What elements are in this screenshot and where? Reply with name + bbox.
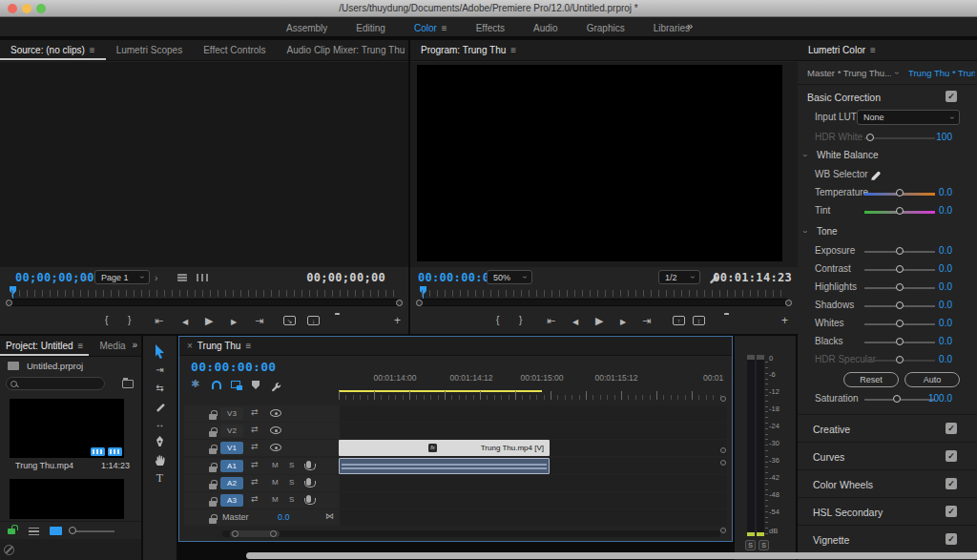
workspace-tab-audio[interactable]: Audio [533, 23, 558, 33]
source-panel-menu-icon[interactable]: ≡ [90, 45, 95, 55]
shadows-thumb[interactable] [896, 301, 904, 309]
track-v3-target[interactable]: V3 [220, 407, 243, 420]
section-vignette[interactable]: Vignette ✓ [798, 525, 977, 552]
play-icon[interactable]: ▶ [595, 314, 603, 327]
video-scrollbar-handle-top[interactable] [720, 396, 726, 402]
hand-tool[interactable] [143, 452, 177, 468]
audio-badge-icon[interactable] [108, 447, 122, 456]
master-volume-value[interactable]: 0.0 [278, 512, 290, 522]
tab-sequence[interactable]: × Trung Thu ≡ [179, 337, 259, 355]
sync-lock-icon[interactable]: ⇄ [251, 407, 259, 417]
type-tool[interactable]: T [143, 470, 177, 487]
section-hsl-secondary[interactable]: HSL Secondary ✓ [798, 497, 977, 525]
lock-icon[interactable] [209, 448, 217, 454]
workspace-tab-editing[interactable]: Editing [356, 23, 385, 33]
page-prev-icon[interactable]: ‹ [84, 273, 87, 283]
razor-tool[interactable] [143, 398, 177, 414]
playback-resolution-select[interactable]: 1/2 › [658, 270, 700, 284]
saturation-value[interactable]: 100.0 [914, 393, 952, 404]
close-window-button[interactable] [8, 4, 17, 13]
hdr-white-thumb[interactable] [866, 134, 874, 141]
lock-icon[interactable] [209, 518, 217, 524]
mark-in-icon[interactable]: { [496, 314, 499, 327]
video-badge-icon[interactable] [91, 447, 105, 456]
close-sequence-icon[interactable]: × [187, 341, 193, 351]
tint-thumb[interactable] [896, 207, 904, 215]
whites-value[interactable]: 0.0 [914, 318, 952, 328]
source-timecode[interactable]: 00;00;00;00 [15, 271, 94, 284]
timeline-timecode[interactable]: 00:00:00:00 [191, 360, 276, 374]
zoom-window-button[interactable] [36, 4, 46, 13]
twirl-down-icon[interactable]: › [800, 155, 810, 157]
nest-toggle-icon[interactable]: ✱ [191, 378, 199, 390]
voiceover-mic-icon[interactable] [306, 495, 311, 503]
highlights-value[interactable]: 0.0 [914, 281, 952, 292]
source-zoom-handle-right[interactable] [396, 300, 403, 306]
thumbnail-zoom-track[interactable] [71, 530, 114, 532]
tab-effect-controls[interactable]: Effect Controls [193, 40, 276, 60]
search-input[interactable] [6, 377, 105, 390]
lock-icon[interactable] [209, 501, 217, 507]
source-scrubber[interactable] [8, 288, 401, 309]
step-forward-icon[interactable]: ▶ [231, 316, 237, 329]
tab-audio-clip-mixer[interactable]: Audio Clip Mixer: Trung Thu [277, 40, 408, 60]
track-a3-target[interactable]: A3 [220, 494, 243, 507]
clip-thumbnail-2[interactable] [10, 479, 124, 519]
contrast-value[interactable]: 0.0 [914, 263, 952, 274]
mark-out-icon[interactable]: } [519, 314, 522, 327]
icon-view-icon[interactable] [50, 527, 62, 535]
solo-button[interactable]: S [289, 461, 294, 469]
timeline-zoom-handle-right[interactable] [270, 530, 277, 537]
vignette-checkbox[interactable]: ✓ [946, 533, 957, 545]
sync-lock-icon[interactable]: ⇄ [251, 477, 259, 487]
reset-button[interactable]: Reset [843, 372, 899, 387]
tab-media[interactable]: Media [89, 336, 135, 356]
blacks-value[interactable]: 0.0 [914, 336, 952, 346]
mark-in-icon[interactable]: { [105, 314, 108, 327]
pen-tool[interactable] [143, 434, 177, 450]
linked-selection-icon[interactable] [231, 381, 240, 388]
program-panel-menu-icon[interactable]: ≡ [510, 45, 516, 55]
trim-icon[interactable] [197, 274, 208, 281]
contrast-thumb[interactable] [896, 265, 904, 273]
eyedropper-icon[interactable] [870, 168, 883, 185]
clip-name[interactable]: Trung Thu.mp4 [15, 461, 73, 470]
lift-icon[interactable]: ↑ [673, 316, 685, 325]
audio-clip[interactable] [339, 458, 550, 474]
track-output-eye-icon[interactable] [270, 426, 281, 434]
section-curves[interactable]: Curves ✓ [798, 442, 977, 469]
lock-icon[interactable] [209, 484, 217, 489]
section-creative[interactable]: Creative ✓ [798, 414, 977, 442]
mute-button[interactable]: M [272, 495, 279, 504]
play-icon[interactable]: ▶ [205, 314, 213, 327]
source-zoom-handle-left[interactable] [6, 300, 12, 306]
video-scrollbar-handle-bottom[interactable] [720, 447, 726, 453]
temperature-thumb[interactable] [896, 189, 904, 197]
sequence-clip-selector[interactable]: Trung Thu * Trung ... [908, 68, 975, 78]
sync-lock-icon[interactable]: ⇄ [251, 442, 259, 451]
audio-scrollbar-handle-top[interactable] [720, 460, 726, 466]
insert-icon[interactable]: ↘ [283, 316, 296, 325]
thumbnail-zoom-thumb[interactable] [69, 527, 76, 534]
project-overflow-icon[interactable]: » [132, 340, 137, 350]
goto-in-icon[interactable]: ⇤ [155, 314, 163, 327]
step-forward-icon[interactable]: ▶ [620, 316, 626, 329]
video-clip[interactable]: fx Trung Thu.mp4 [V] [339, 440, 550, 456]
clip-caption-row[interactable]: Trung Thu.mp4 1:14:23 [0, 461, 141, 473]
add-marker-icon[interactable] [252, 381, 260, 389]
basic-correction-header[interactable]: Basic Correction ✓ [798, 86, 977, 109]
workspace-menu-icon[interactable]: ≡ [442, 23, 447, 33]
timeline-panel-menu-icon[interactable]: ≡ [245, 341, 251, 351]
grid-icon[interactable] [177, 274, 187, 281]
twirl-down-icon[interactable]: › [800, 231, 810, 234]
tint-value[interactable]: 0.0 [914, 205, 952, 216]
step-back-icon[interactable]: ◀ [182, 316, 188, 329]
timeline-settings-wrench-icon[interactable] [271, 379, 281, 396]
mark-out-icon[interactable]: } [128, 314, 131, 327]
program-zoom-handle-left[interactable] [416, 300, 423, 306]
solo-left-button[interactable]: S [745, 540, 756, 550]
track-a2-target[interactable]: A2 [220, 477, 243, 489]
lumetri-panel-menu-icon[interactable]: ≡ [870, 45, 876, 55]
tab-project[interactable]: Project: Untitled ≡ [0, 336, 89, 356]
page-next-icon[interactable]: › [155, 273, 157, 283]
